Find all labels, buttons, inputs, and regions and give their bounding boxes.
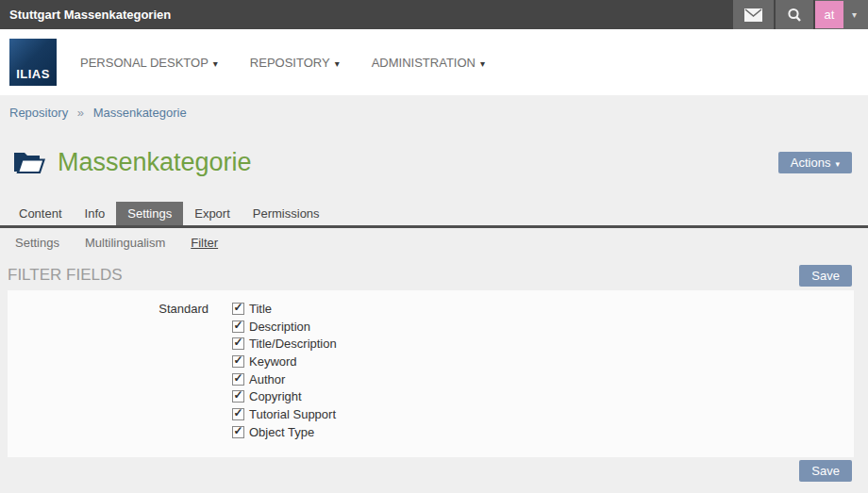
tab-content[interactable]: Content bbox=[8, 202, 74, 225]
actions-button[interactable]: Actions▾ bbox=[778, 152, 852, 173]
title-row: Massenkategorie Actions▾ bbox=[0, 148, 868, 177]
search-icon bbox=[787, 8, 802, 23]
checkbox-row-keyword: Keyword bbox=[232, 353, 337, 370]
subtab-multilingualism[interactable]: Multilingualism bbox=[85, 236, 165, 250]
mail-button[interactable] bbox=[731, 0, 774, 29]
tab-permissions[interactable]: Permissions bbox=[242, 202, 331, 225]
main-menu: PERSONAL DESKTOP▾ REPOSITORY▾ ADMINISTRA… bbox=[80, 56, 485, 70]
chevron-down-icon: ▾ bbox=[852, 9, 857, 20]
bottom-toolbar: Save bbox=[0, 460, 868, 482]
content-area: Repository » Massenkategorie Massenkateg… bbox=[0, 95, 868, 493]
breadcrumb-separator: » bbox=[77, 106, 84, 120]
checkbox-row-title: Title bbox=[232, 300, 337, 318]
user-menu-button[interactable]: at ▾ bbox=[813, 0, 868, 29]
chevron-down-icon: ▾ bbox=[835, 159, 840, 169]
tab-bar: Content Info Settings Export Permissions bbox=[0, 202, 868, 228]
save-button-bottom[interactable]: Save bbox=[799, 460, 852, 482]
menu-repository[interactable]: REPOSITORY▾ bbox=[250, 56, 340, 70]
top-bar: Stuttgart Massenkategorien at ▾ bbox=[0, 0, 868, 29]
checkbox-row-author: Author bbox=[232, 370, 337, 388]
checkbox-row-copyright: Copyright bbox=[232, 387, 337, 405]
filter-fields-form: Standard Title Description Title/Descrip… bbox=[8, 290, 854, 457]
page-title: Massenkategorie bbox=[58, 148, 252, 177]
subtab-settings[interactable]: Settings bbox=[15, 236, 59, 250]
folder-icon bbox=[13, 151, 45, 175]
checkbox-column: Title Description Title/Description Keyw… bbox=[232, 299, 337, 457]
subtab-filter[interactable]: Filter bbox=[191, 236, 218, 250]
menu-personal-desktop[interactable]: PERSONAL DESKTOP▾ bbox=[80, 56, 218, 70]
main-nav: ILIAS PERSONAL DESKTOP▾ REPOSITORY▾ ADMI… bbox=[0, 29, 868, 95]
keyword-checkbox[interactable] bbox=[232, 355, 244, 368]
checkbox-row-object-type: Object Type bbox=[232, 423, 337, 441]
breadcrumb: Repository » Massenkategorie bbox=[0, 95, 868, 120]
chevron-down-icon: ▾ bbox=[480, 58, 485, 69]
tab-export[interactable]: Export bbox=[183, 202, 242, 225]
checkbox-row-title-description: Title/Description bbox=[232, 335, 337, 353]
top-bar-actions: at ▾ bbox=[731, 0, 868, 29]
ilias-logo[interactable]: ILIAS bbox=[9, 39, 57, 86]
menu-administration[interactable]: ADMINISTRATION▾ bbox=[372, 56, 485, 70]
title-description-checkbox[interactable] bbox=[232, 337, 244, 350]
client-title: Stuttgart Massenkategorien bbox=[0, 0, 171, 29]
object-type-checkbox[interactable] bbox=[232, 426, 244, 438]
checkbox-row-tutorial-support: Tutorial Support bbox=[232, 405, 337, 423]
search-button[interactable] bbox=[774, 0, 813, 29]
standard-field-label: Standard bbox=[159, 302, 209, 316]
mail-icon bbox=[744, 8, 762, 22]
copyright-checkbox[interactable] bbox=[232, 390, 244, 403]
chevron-down-icon: ▾ bbox=[213, 58, 218, 69]
title-checkbox[interactable] bbox=[232, 303, 244, 315]
section-title: FILTER FIELDS bbox=[8, 266, 123, 285]
chevron-down-icon: ▾ bbox=[335, 58, 340, 69]
breadcrumb-massenkategorie[interactable]: Massenkategorie bbox=[93, 106, 187, 120]
checkbox-row-description: Description bbox=[232, 318, 337, 336]
subtab-bar: Settings Multilingualism Filter bbox=[0, 228, 868, 250]
author-checkbox[interactable] bbox=[232, 373, 244, 386]
form-section-header: FILTER FIELDS Save bbox=[0, 264, 868, 287]
breadcrumb-repository[interactable]: Repository bbox=[9, 106, 68, 120]
description-checkbox[interactable] bbox=[232, 320, 244, 333]
tab-settings[interactable]: Settings bbox=[116, 202, 183, 225]
tutorial-support-checkbox[interactable] bbox=[232, 408, 244, 420]
tab-info[interactable]: Info bbox=[74, 202, 117, 225]
save-button-top[interactable]: Save bbox=[799, 265, 852, 287]
avatar: at bbox=[815, 1, 843, 28]
form-label-column: Standard bbox=[8, 299, 232, 457]
